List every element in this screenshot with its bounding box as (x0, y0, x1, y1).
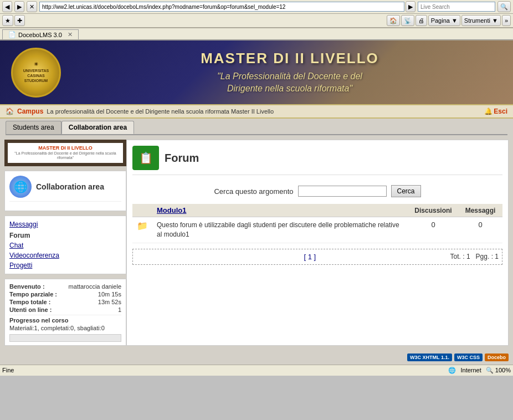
home-button[interactable]: 🏠 (387, 15, 400, 26)
w3c-css-badge[interactable]: W3C CSS (454, 354, 483, 361)
go-button[interactable]: ▶ (406, 1, 415, 12)
print-button[interactable]: 🖨 (415, 15, 427, 26)
discussioni-col-header: Discussioni (408, 204, 458, 217)
utenti-row: Utenti on line : 1 (9, 306, 121, 314)
messaggi-count: 0 (458, 217, 502, 243)
extra-button[interactable]: » (502, 15, 511, 26)
forum-header: 📋 Forum (132, 146, 502, 175)
add-favorites-button[interactable]: ✚ (14, 15, 25, 26)
sidebar-logo-inner: MASTER DI II LIVELLO "La Professionalità… (8, 143, 123, 163)
exit-link[interactable]: 🔔 Esci (484, 107, 507, 115)
pagination-total: Tot. : 1 Pgg. : 1 (450, 253, 499, 260)
messaggi-col-header: Messaggi (458, 204, 502, 217)
docebo-badge[interactable]: Docebo (485, 354, 509, 361)
collab-section: 🌐 Collaboration area (4, 171, 126, 211)
nav-bar: 🏠 Campus La professionalità del Docente … (0, 104, 513, 119)
browser-toolbar-row2: ★ ✚ 🏠 📡 🖨 Pagina ▼ Strumenti ▼ » (0, 14, 513, 28)
forum-desc-cell: Questo forum è utilizzabile dagli studen… (152, 217, 408, 243)
browser-search-input[interactable] (418, 2, 495, 12)
stop-button[interactable]: ✕ (27, 1, 37, 12)
tempo-parziale-label: Tempo parziale : (9, 291, 57, 298)
forum-icon: 📋 (132, 146, 159, 170)
close-tab-icon[interactable]: ✕ (68, 31, 73, 38)
master-subtitle: "La Professionalità del Docente e del Di… (78, 70, 502, 95)
tempo-parziale-value: 10m 15s (98, 291, 121, 298)
zone-text: Internet (460, 367, 481, 373)
forum-search-button[interactable]: Cerca (391, 185, 421, 197)
tab-favicon: 📄 (8, 31, 16, 38)
tempo-totale-label: Tempo totale : (9, 299, 50, 305)
address-bar[interactable] (39, 2, 404, 12)
pagination-pages: [ 1 ] (304, 253, 316, 261)
home-icon: 🏠 (6, 107, 14, 115)
pagina-button[interactable]: Pagina ▼ (428, 15, 460, 26)
tab-title: DoceboLMS 3.0 (18, 32, 62, 38)
nav-breadcrumb: La professionalità del Docente e del Dir… (47, 108, 274, 115)
collab-header: 🌐 Collaboration area (9, 176, 121, 202)
folder-icon: 📁 (137, 221, 148, 231)
forum-search-row: Cerca questo argomento Cerca (132, 181, 502, 204)
favorites-icon[interactable]: ★ (2, 15, 13, 26)
tempo-totale-row: Tempo totale : 13m 52s (9, 298, 121, 306)
search-label: Cerca questo argomento (214, 187, 293, 196)
utenti-value: 1 (118, 306, 121, 313)
forum-content: 📋 Forum Cerca questo argomento Cerca Mod… (126, 140, 509, 346)
browser-chrome: ◀ ▶ ✕ ▶ 🔍 ★ ✚ 🏠 📡 🖨 Pagina ▼ Strumenti ▼… (0, 0, 513, 40)
progress-bar (9, 334, 121, 342)
forum-folder-cell: 📁 (132, 217, 152, 243)
zone-icon: 🌐 (448, 367, 456, 374)
benvenuto-value: mattaroccia daniele (69, 283, 121, 290)
pagination-row: [ 1 ] Tot. : 1 Pgg. : 1 (132, 249, 502, 265)
utenti-label: Utenti on line : (9, 306, 52, 313)
w3c-xhtml-badge[interactable]: W3C XHTML 1.1. (407, 354, 452, 361)
browser-tab-bar: 📄 DoceboLMS 3.0 ✕ (0, 28, 513, 40)
strumenti-button[interactable]: Strumenti ▼ (461, 15, 501, 26)
forum-description: Questo forum è utilizzabile dagli studen… (157, 221, 404, 239)
zoom-text: 🔍 100% (486, 367, 511, 374)
forum-table: Modulo1 Discussioni Messaggi 📁 Questo fo… (132, 204, 502, 243)
tab-students-area[interactable]: Students area (6, 121, 61, 134)
search-icon[interactable]: 🔍 (497, 1, 511, 12)
tempo-totale-value: 13m 52s (98, 299, 121, 305)
status-text: Fine (2, 367, 14, 373)
sidebar-logo-title: MASTER DI II LIVELLO (10, 145, 121, 151)
page-footer: W3C XHTML 1.1. W3C CSS Docebo (0, 350, 513, 365)
browser-tab[interactable]: 📄 DoceboLMS 3.0 ✕ (2, 29, 79, 39)
benvenuto-label: Benvenuto : (9, 283, 45, 290)
chat-link[interactable]: Chat (9, 240, 121, 250)
page-wrapper: ☀ UNIVERSITAS CASINAS STUDIORUM MASTER D… (0, 40, 513, 365)
sidebar-info: Benvenuto : mattaroccia daniele Tempo pa… (4, 279, 126, 346)
forum-section-label: Forum (9, 229, 121, 240)
icon-col-header (132, 204, 152, 217)
progresso-section: Progresso nel corso (9, 315, 121, 324)
master-title: MASTER DI II LIVELLO (78, 50, 502, 67)
benvenuto-row: Benvenuto : mattaroccia daniele (9, 283, 121, 290)
back-button[interactable]: ◀ (2, 1, 12, 12)
page-tab-nav: Students area Collaboration area (0, 119, 513, 134)
forum-search-input[interactable] (298, 186, 387, 197)
sidebar-logo-sub: "La Professionalità del Docente e del Di… (10, 151, 121, 161)
forum-table-row: 📁 Questo forum è utilizzabile dagli stud… (132, 217, 502, 243)
videoconferenza-link[interactable]: Videoconferenza (9, 250, 121, 260)
collab-icon: 🌐 (9, 176, 32, 198)
exit-icon: 🔔 (484, 107, 493, 115)
tempo-parziale-row: Tempo parziale : 10m 15s (9, 290, 121, 298)
module-col-header: Modulo1 (152, 204, 408, 217)
messaggi-link[interactable]: Messaggi (9, 219, 121, 229)
feed-button[interactable]: 📡 (401, 15, 414, 26)
campus-link[interactable]: Campus (17, 107, 43, 115)
sidebar-logo-box: MASTER DI II LIVELLO "La Professionalità… (4, 140, 126, 166)
forward-button[interactable]: ▶ (14, 1, 24, 12)
header-banner: ☀ UNIVERSITAS CASINAS STUDIORUM MASTER D… (0, 40, 513, 104)
materiali-info: Materiali:1, completati:0, sbagliati:0 (9, 324, 121, 332)
progetti-link[interactable]: Progetti (9, 260, 121, 270)
nav-links: 🏠 Campus La professionalità del Docente … (6, 107, 274, 115)
sidebar: MASTER DI II LIVELLO "La Professionalità… (4, 140, 126, 346)
forum-table-header-row: Modulo1 Discussioni Messaggi (132, 204, 502, 217)
collab-title: Collaboration area (36, 182, 104, 191)
university-logo: ☀ UNIVERSITAS CASINAS STUDIORUM (11, 48, 61, 98)
tab-collaboration-area[interactable]: Collaboration area (61, 121, 134, 134)
address-bar-container: ▶ (39, 1, 415, 12)
modulo1-header-link[interactable]: Modulo1 (157, 206, 186, 214)
sidebar-links: Messaggi Forum Chat Videoconferenza Prog… (4, 216, 126, 274)
